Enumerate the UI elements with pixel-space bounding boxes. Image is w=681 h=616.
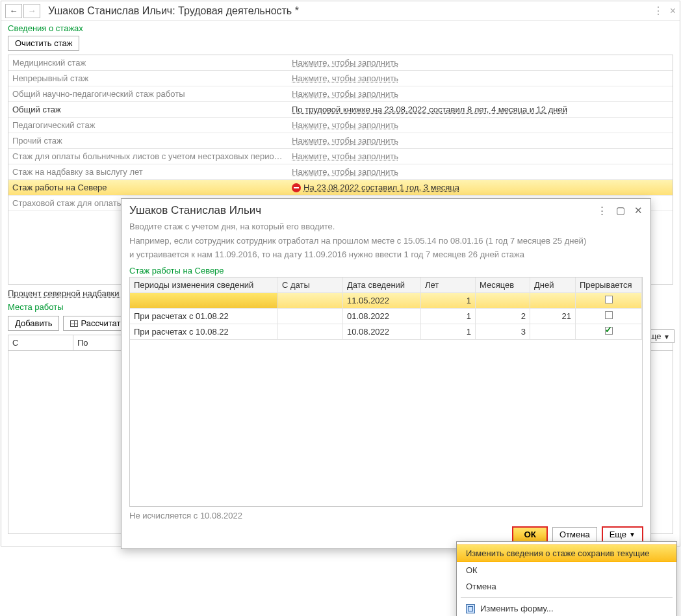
clear-stazh-button[interactable]: Очистить стаж [8, 36, 79, 51]
cell-from[interactable] [278, 293, 343, 308]
stazh-label: Общий стаж [8, 105, 288, 114]
col-interrupt: Прерывается [576, 277, 642, 292]
more-dropdown: Изменить сведения о стаже сохранив текущ… [456, 541, 677, 616]
ok-button[interactable]: ОК [513, 527, 547, 542]
menu-separator [461, 597, 673, 598]
add-button[interactable]: Добавить [8, 316, 59, 331]
stazh-dialog: Ушаков Станислав Ильич ⋮ ▢ ✕ Вводите ста… [121, 198, 651, 549]
chevron-down-icon: ▼ [663, 333, 670, 340]
stazh-value-link[interactable]: Нажмите, чтобы заполнить [292, 89, 398, 99]
col-from: С даты приема [278, 277, 343, 292]
error-icon [292, 183, 301, 192]
cell-date[interactable]: 10.08.2022 [343, 324, 421, 339]
dialog-hint: Например, если сотрудник сотрудник отраб… [129, 235, 643, 247]
cell-period[interactable] [130, 293, 278, 308]
grid-row[interactable]: При расчетах с 01.08.22 01.08.2022 1 2 2… [130, 309, 642, 324]
chevron-down-icon: ▼ [629, 531, 636, 538]
cell-interrupt[interactable] [576, 324, 642, 339]
cell-interrupt[interactable] [576, 293, 642, 308]
stazh-label: Стаж для оплаты больничных листов с учет… [8, 151, 288, 161]
stazh-value-link[interactable]: По трудовой книжке на 23.08.2022 состави… [292, 105, 567, 114]
kebab-icon[interactable]: ⋮ [653, 5, 663, 17]
arrow-right-icon: → [28, 6, 36, 16]
close-icon[interactable]: × [670, 5, 676, 17]
column-from: С [8, 335, 73, 350]
cell-from[interactable] [278, 324, 343, 339]
nav-forward-button[interactable]: → [23, 4, 40, 18]
cell-from[interactable] [278, 309, 343, 324]
form-icon [466, 604, 475, 613]
stazh-value-link[interactable]: Нажмите, чтобы заполнить [292, 58, 398, 68]
stazh-value-link[interactable]: Нажмите, чтобы заполнить [292, 151, 398, 161]
dialog-hint: и устраивается к нам 11.09.2016, то на д… [129, 249, 643, 261]
cell-months[interactable]: 2 [476, 309, 530, 324]
stazh-value-link[interactable]: Нажмите, чтобы заполнить [292, 136, 398, 146]
stazh-label: Медицинский стаж [8, 58, 288, 68]
cell-days[interactable] [530, 293, 576, 308]
grid-row[interactable]: 11.05.2022 1 [130, 293, 642, 309]
col-months: Месяцев [476, 277, 530, 292]
dialog-section-label: Стаж работы на Севере [129, 263, 643, 277]
col-period: Периоды изменения сведений [130, 277, 278, 292]
menu-item-ok[interactable]: ОК [457, 562, 676, 578]
cell-months[interactable] [476, 293, 530, 308]
cell-date[interactable]: 11.05.2022 [343, 293, 421, 308]
arrow-left-icon: ← [10, 6, 18, 16]
stazh-grid: Периоды изменения сведений С даты приема… [129, 277, 643, 507]
grid-row[interactable]: При расчетах с 10.08.22 10.08.2022 1 3 [130, 324, 642, 340]
recalc-button-label: Рассчитат [81, 318, 120, 328]
more-button[interactable]: Еще ▼ [602, 527, 643, 542]
dialog-footnote: Не исчисляется с 10.08.2022 [129, 507, 643, 523]
menu-item-change-stazh[interactable]: Изменить сведения о стаже сохранив текущ… [457, 545, 676, 562]
stazh-value-link[interactable]: Нажмите, чтобы заполнить [292, 167, 398, 177]
stazh-label: Прочий стаж [8, 136, 288, 146]
cell-days[interactable]: 21 [530, 309, 576, 324]
cell-years[interactable]: 1 [421, 324, 476, 339]
checkbox-icon[interactable] [605, 311, 613, 319]
col-days: Дней [530, 277, 576, 292]
cancel-button[interactable]: Отмена [552, 527, 597, 542]
dialog-title: Ушаков Станислав Ильич [129, 204, 261, 217]
nav-back-button[interactable]: ← [5, 4, 22, 18]
stazh-label: Педагогический стаж [8, 120, 288, 130]
maximize-icon[interactable]: ▢ [616, 205, 625, 216]
recalc-button[interactable]: Рассчитат [63, 316, 127, 331]
cell-days[interactable] [530, 324, 576, 339]
dialog-hint: Вводите стаж с учетом дня, на который ег… [129, 221, 643, 233]
close-icon[interactable]: ✕ [634, 205, 643, 216]
titlebar: ← → Ушаков Станислав Ильич: Трудовая дея… [1, 1, 680, 21]
cell-years[interactable]: 1 [421, 293, 476, 308]
cell-period[interactable]: При расчетах с 10.08.22 [130, 324, 278, 339]
table-icon [70, 320, 78, 327]
section-label-stazh: Сведения о стажах [1, 21, 680, 34]
menu-item-edit-form[interactable]: Изменить форму... [457, 600, 676, 616]
cell-date[interactable]: 01.08.2022 [343, 309, 421, 324]
stazh-value-link[interactable]: Нажмите, чтобы заполнить [292, 120, 398, 130]
checkbox-icon[interactable] [605, 296, 613, 303]
col-years: Лет [421, 277, 476, 292]
menu-item-cancel[interactable]: Отмена [457, 578, 676, 595]
north-allowance-link[interactable]: Процент северной надбавки н [1, 285, 133, 300]
cell-months[interactable]: 3 [476, 324, 530, 339]
stazh-label: Общий научно-педагогический стаж работы [8, 89, 288, 99]
stazh-value-link[interactable]: На 23.08.2022 составил 1 год, 3 месяца [303, 183, 459, 192]
cell-interrupt[interactable] [576, 309, 642, 324]
stazh-value-link[interactable]: Нажмите, чтобы заполнить [292, 73, 398, 83]
col-date: Дата сведений [343, 277, 421, 292]
stazh-label: Стаж на надбавку за выслугу лет [8, 167, 288, 177]
stazh-label: Непрерывный стаж [8, 73, 288, 83]
checkbox-checked-icon[interactable] [605, 327, 613, 335]
kebab-icon[interactable]: ⋮ [597, 205, 607, 216]
stazh-label: Стаж работы на Севере [8, 183, 288, 192]
page-title: Ушаков Станислав Ильич: Трудовая деятель… [48, 5, 647, 17]
cell-period[interactable]: При расчетах с 01.08.22 [130, 309, 278, 324]
cell-years[interactable]: 1 [421, 309, 476, 324]
